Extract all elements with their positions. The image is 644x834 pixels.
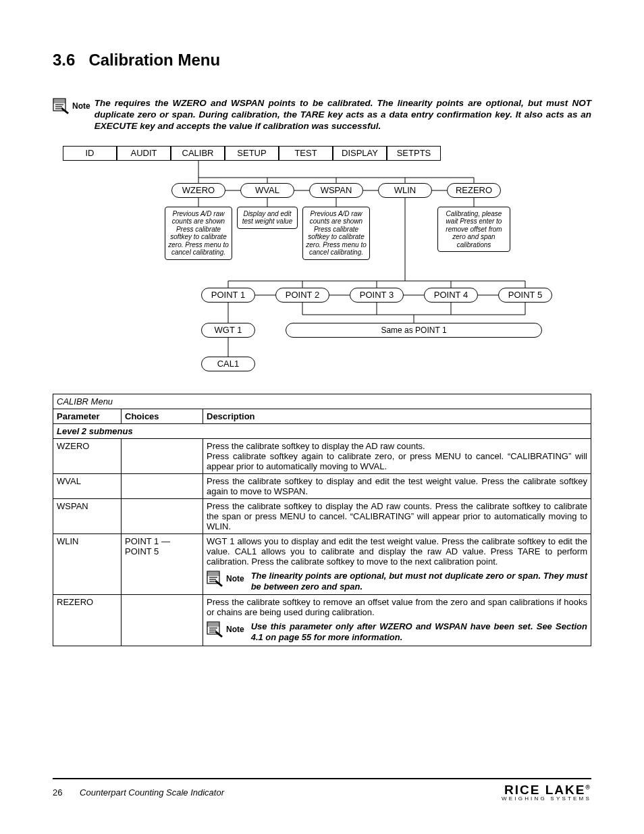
top-note-text: The requires the WZERO and WSPAN points … [95,98,591,132]
menu-tab-audit: AUDIT [117,146,171,161]
table-row: REZERO Press the calibrate softkey to re… [53,595,591,646]
note-icon [207,571,224,587]
menu-tab-display: DISPLAY [333,146,387,161]
desc-cell: Press the calibrate softkey to display t… [203,438,591,473]
menu-tab-id: ID [63,146,117,161]
param-cell: REZERO [53,595,122,646]
table-row: WVAL Press the calibrate softkey to disp… [53,473,591,498]
note-label: Note [72,101,90,111]
inline-note: Note The linearity points are optional, … [207,571,587,593]
note-label: Note [226,574,244,583]
choices-cell [122,498,203,533]
section-title-text: Calibration Menu [88,51,220,69]
menu-tab-setpts: SETPTS [387,146,441,161]
inline-note-text: Use this parameter only after WZERO and … [251,621,587,644]
table-row: WLIN POINT 1 — POINT 5 WGT 1 allows you … [53,533,591,595]
cal-1: CAL1 [201,357,255,371]
caption-wzero: Previous A/D raw counts are shown Press … [165,207,232,260]
submenu-wspan: WSPAN [309,183,363,198]
menu-tab-calibr: CALIBR [171,146,225,161]
choices-cell [122,438,203,473]
inline-note-text: The linearity points are optional, but m… [251,571,587,593]
note-icon [207,621,224,637]
menu-tab-test: TEST [279,146,333,161]
table-title: CALIBR Menu [53,394,591,409]
param-cell: WSPAN [53,498,122,533]
calibration-diagram: ID AUDIT CALIBR SETUP TEST DISPLAY SETPT… [53,146,591,379]
submenu-wval: WVAL [240,183,294,198]
col-choices: Choices [122,409,203,423]
submenu-wlin: WLIN [378,183,432,198]
calibr-parameter-table: CALIBR Menu Parameter Choices Descriptio… [53,394,591,646]
brand-tagline: WEIGHING SYSTEMS [502,796,591,802]
desc-cell: WGT 1 allows you to display and edit the… [203,533,591,595]
submenu-rezero: REZERO [447,183,501,198]
page-footer: 26 Counterpart Counting Scale Indicator … [53,778,591,802]
point-1: POINT 1 [201,288,255,303]
caption-wspan: Previous A/D raw counts are shown Press … [302,207,370,260]
footer-left: 26 Counterpart Counting Scale Indicator [53,787,224,798]
param-cell: WZERO [53,438,122,473]
section-heading: 3.6Calibration Menu [53,51,591,70]
submenu-wzero: WZERO [171,183,225,198]
level2-subheader: Level 2 submenus [53,423,591,438]
point-3: POINT 3 [350,288,404,303]
caption-wval: Display and edit test weight value [237,207,298,229]
diagram-connectors [53,146,591,379]
point-5: POINT 5 [498,288,552,303]
page-number: 26 [53,787,62,798]
brand-name: RICE LAKE [504,783,585,797]
param-cell: WLIN [53,533,122,595]
choices-cell [122,595,203,646]
desc-cell: Press the calibrate softkey to display a… [203,473,591,498]
desc-cell: Press the calibrate softkey to display t… [203,498,591,533]
brand-logo: RICE LAKE® WEIGHING SYSTEMS [502,783,591,802]
top-note: Note The requires the WZERO and WSPAN po… [53,98,591,132]
note-icon-wrap: Note [53,98,90,114]
choices-cell: POINT 1 — POINT 5 [122,533,203,595]
section-number: 3.6 [53,51,75,69]
desc-cell: Press the calibrate softkey to remove an… [203,595,591,646]
point-2: POINT 2 [275,288,329,303]
note-label: Note [226,625,244,634]
caption-rezero: Calibrating, please wait Press enter to … [437,207,510,253]
inline-note: Note Use this parameter only after WZERO… [207,621,587,644]
table-row: WSPAN Press the calibrate softkey to dis… [53,498,591,533]
same-as-point1: Same as POINT 1 [286,323,542,338]
param-cell: WVAL [53,473,122,498]
footer-doc-title: Counterpart Counting Scale Indicator [80,787,224,798]
point-4: POINT 4 [424,288,478,303]
note-icon [53,98,70,114]
col-description: Description [203,409,591,423]
table-row: WZERO Press the calibrate softkey to dis… [53,438,591,473]
col-parameter: Parameter [53,409,122,423]
choices-cell [122,473,203,498]
wgt-1: WGT 1 [201,323,255,338]
menu-tab-setup: SETUP [225,146,279,161]
